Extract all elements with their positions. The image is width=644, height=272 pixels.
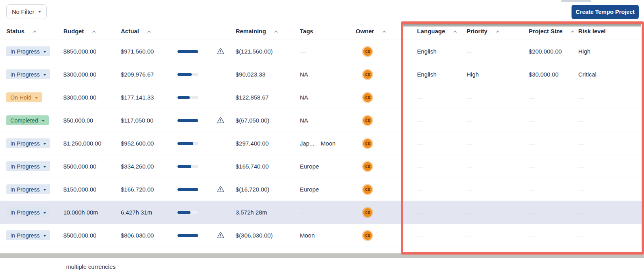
table-row[interactable]: In Progress$300,000.00$209,976.67$90,023… [0, 63, 644, 86]
column-header-language[interactable]: Language [417, 28, 467, 34]
column-header-status[interactable]: Status [0, 28, 63, 34]
actual-cell: $209,976.67 [121, 71, 177, 78]
risk-level-cell: Critical [578, 71, 644, 78]
table-row[interactable]: On Hold$300,000.00$177,141.33$122,858.67… [0, 86, 644, 109]
create-tempo-project-button[interactable]: Create Tempo Project [572, 5, 639, 19]
status-badge-label: On Hold [10, 94, 31, 101]
status-cell: In Progress [0, 161, 63, 171]
column-header-label: Status [6, 28, 25, 34]
risk-level-cell: High [578, 48, 644, 55]
owner-avatar[interactable]: CE [363, 47, 372, 56]
table-row[interactable]: In Progress$150,000.00$166,720.00 $(16,7… [0, 178, 644, 201]
multiple-currencies-note: multiple currencies [66, 263, 116, 270]
column-header-label: Budget [63, 28, 84, 34]
remaining-cell: $(67,050.00) [236, 117, 300, 124]
status-badge-label: In Progress [10, 232, 40, 239]
pinned-columns-scrollbar[interactable] [403, 24, 641, 27]
table-row[interactable]: In Progress$500,000.00$806,030.00 $(306,… [0, 224, 644, 247]
status-badge[interactable]: In Progress [6, 69, 50, 79]
language-cell: — [417, 186, 467, 193]
priority-cell: — [467, 232, 529, 239]
status-cell: In Progress [0, 46, 63, 56]
tag: Moon [300, 232, 315, 239]
language-cell: — [417, 117, 467, 124]
status-cell: In Progress [0, 69, 63, 79]
chevron-down-icon [43, 189, 46, 191]
progress-cell [177, 211, 236, 214]
horizontal-scrollbar[interactable] [0, 253, 644, 258]
budget-cell: $300,000.00 [63, 71, 121, 78]
owner-cell: CE [356, 208, 417, 217]
table-row[interactable]: In Progress$1,250,000.00$952,600.00$297,… [0, 132, 644, 155]
column-header-budget[interactable]: Budget [63, 28, 121, 34]
column-header-label: Language [417, 28, 445, 34]
budget-cell: $500,000.00 [63, 232, 121, 239]
status-badge[interactable]: On Hold [6, 92, 42, 102]
tag: — [300, 209, 306, 216]
actual-cell: $177,141.33 [121, 94, 177, 101]
table-body: In Progress$850,000.00$971,560.00 $(121,… [0, 40, 644, 247]
chevron-down-icon [42, 120, 45, 122]
column-header-risk-level: Risk level [578, 28, 644, 34]
column-header-label: Tags [300, 28, 313, 34]
table-row[interactable]: Completed$50,000.00$117,050.00 $(67,050.… [0, 109, 644, 132]
chevron-down-icon [43, 166, 46, 168]
status-badge[interactable]: In Progress [6, 138, 50, 148]
table-row[interactable]: In Progress10,000h 00m6,427h 31m3,572h 2… [0, 201, 644, 224]
filter-dropdown-button[interactable]: No Filter [6, 4, 47, 19]
progress-bar [177, 188, 198, 191]
progress-cell [177, 96, 236, 99]
status-badge[interactable]: Completed [6, 115, 49, 125]
remaining-cell: $(306,030.00) [236, 232, 300, 239]
tag: NA [300, 71, 308, 78]
owner-avatar[interactable]: CE [363, 70, 372, 79]
status-badge[interactable]: In Progress [6, 46, 50, 56]
tag: — [300, 48, 306, 55]
progress-cell [177, 73, 236, 76]
column-header-label: Project Size [529, 28, 562, 34]
language-cell: — [417, 209, 467, 216]
status-badge[interactable]: In Progress [6, 184, 50, 194]
sort-chevron-icon [32, 30, 37, 33]
status-badge[interactable]: In Progress [6, 230, 50, 240]
owner-cell: CE [356, 162, 417, 171]
clipped-top-element [561, 0, 591, 2]
column-header-owner[interactable]: Owner [356, 28, 417, 34]
budget-cell: $150,000.00 [63, 186, 121, 193]
project-size-cell: — [529, 140, 578, 147]
risk-level-cell: — [578, 117, 644, 124]
owner-avatar[interactable]: CE [363, 231, 372, 240]
owner-cell: CE [356, 47, 417, 56]
table-row[interactable]: In Progress$500,000.00$334,260.00$165,74… [0, 155, 644, 178]
language-cell: — [417, 140, 467, 147]
column-header-project-size[interactable]: Project Size [529, 28, 578, 34]
owner-avatar[interactable]: CE [363, 208, 372, 217]
status-cell: In Progress [0, 184, 63, 194]
tags-cell: — [300, 209, 356, 216]
column-header-actual[interactable]: Actual [121, 28, 177, 34]
status-badge[interactable]: In Progress [6, 161, 50, 171]
status-badge-label: In Progress [10, 186, 40, 193]
remaining-cell: $122,858.67 [236, 94, 300, 101]
language-cell: — [417, 163, 467, 170]
chevron-down-icon [38, 11, 41, 13]
chevron-down-icon [43, 212, 46, 214]
owner-avatar[interactable]: CE [363, 185, 372, 194]
table-row[interactable]: In Progress$850,000.00$971,560.00 $(121,… [0, 40, 644, 63]
status-badge-label: In Progress [10, 71, 40, 78]
remaining-cell: $165,740.00 [236, 163, 300, 170]
owner-avatar[interactable]: CE [363, 139, 372, 148]
risk-level-cell: — [578, 186, 644, 193]
column-header-priority[interactable]: Priority [467, 28, 529, 34]
status-badge[interactable]: In Progress [6, 207, 50, 217]
owner-avatar[interactable]: CE [363, 162, 372, 171]
column-header-label: Actual [121, 28, 139, 34]
sort-chevron-icon [382, 30, 387, 33]
tags-cell: Jap...Moon [300, 140, 356, 147]
owner-avatar[interactable]: CE [363, 93, 372, 102]
status-cell: On Hold [0, 92, 63, 102]
warning-icon [217, 186, 224, 193]
column-header-remaining[interactable]: Remaining [236, 28, 300, 34]
owner-avatar[interactable]: CE [363, 116, 372, 125]
risk-level-cell: — [578, 163, 644, 170]
